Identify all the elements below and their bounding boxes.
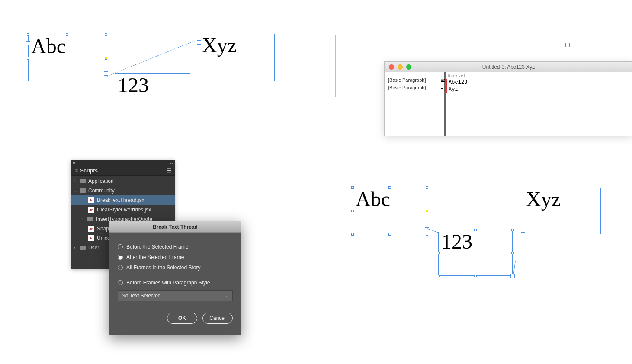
close-icon[interactable]: ×: [73, 161, 75, 166]
text-frame-c[interactable]: Xyz: [523, 188, 601, 234]
override-badge-column: ov ¬: [441, 72, 446, 136]
separator: [118, 275, 233, 275]
script-clearstyleoverrides[interactable]: Jn ClearStyleOverrides.jsx: [71, 205, 175, 214]
overset-label: Overset: [446, 74, 632, 79]
cancel-button[interactable]: Cancel: [202, 313, 233, 324]
in-port-icon[interactable]: [521, 232, 525, 236]
threaded-frames-after: Abc 123 Xyz: [353, 186, 612, 285]
radio-icon[interactable]: [118, 265, 123, 270]
radio-before-selected[interactable]: Before the Selected Frame: [118, 244, 233, 250]
text-frame-b[interactable]: 123: [115, 73, 190, 121]
chevron-down-icon[interactable]: ⌄: [73, 188, 77, 193]
in-port-icon[interactable]: [197, 40, 201, 45]
script-icon: Jn: [88, 235, 94, 241]
text-frame-a[interactable]: Abc: [28, 35, 106, 82]
story-editor-window: Untitled-3: Abc123 Xyz [Basic Paragraph]…: [384, 61, 632, 136]
chevron-right-icon[interactable]: ›: [73, 246, 77, 250]
panel-menu-icon[interactable]: ☰: [167, 168, 171, 174]
story-editor-body: [Basic Paragraph] [Basic Paragraph] ov ¬…: [385, 72, 632, 136]
folder-icon: [87, 217, 93, 221]
text-frame-b-text: 123: [441, 231, 510, 252]
thread-link-icon: [107, 41, 195, 77]
out-port-icon[interactable]: [510, 274, 515, 278]
override-badge: ov: [441, 77, 443, 82]
script-breaktextthread[interactable]: Jn BreakTextThread.jsx: [71, 195, 175, 205]
chevron-right-icon[interactable]: ›: [80, 217, 85, 222]
panel-tab[interactable]: Scripts ☰: [71, 166, 175, 176]
folder-icon: [80, 188, 86, 193]
paragraph-style-label: [Basic Paragraph]: [388, 85, 439, 90]
radio-all-frames[interactable]: All Frames in the Selected Story: [118, 265, 233, 271]
text-frame-c-text: Xyz: [202, 35, 272, 56]
script-icon: Jn: [88, 226, 94, 232]
window-titlebar[interactable]: Untitled-3: Abc123 Xyz: [385, 62, 632, 72]
out-port-icon[interactable]: [104, 71, 108, 76]
break-text-thread-dialog: Break Text Thread Before the Selected Fr…: [109, 221, 241, 335]
story-text-column[interactable]: Overset Abc123 Xyz: [446, 72, 632, 136]
collapse-icon[interactable]: ‹‹: [170, 161, 173, 166]
folder-community[interactable]: ⌄ Community: [71, 186, 175, 195]
radio-after-selected[interactable]: After the Selected Frame: [118, 254, 233, 260]
panel-title: Scripts: [74, 168, 98, 174]
radio-icon[interactable]: [118, 280, 123, 285]
script-icon: Jn: [88, 197, 94, 203]
chevron-right-icon[interactable]: ›: [73, 179, 77, 184]
in-port-icon[interactable]: [26, 41, 30, 45]
text-frame-c-text: Xyz: [526, 189, 598, 210]
dialog-title: Break Text Thread: [109, 221, 241, 233]
radio-icon[interactable]: [118, 244, 123, 249]
paragraph-style-dropdown[interactable]: No Text Selected ⌄: [118, 290, 233, 301]
radio-icon[interactable]: [118, 255, 123, 260]
text-frame-a-text: Abc: [31, 36, 103, 57]
folder-icon: [80, 246, 86, 250]
text-frame-a[interactable]: Abc: [353, 188, 427, 234]
paragraph-style-column: [Basic Paragraph] [Basic Paragraph]: [385, 72, 441, 136]
thread-link-icon: [513, 261, 516, 275]
dropdown-value: No Text Selected: [122, 293, 161, 299]
radio-before-paragraph-style[interactable]: Before Frames with Paragraph Style: [118, 280, 233, 286]
panel-header[interactable]: × ‹‹: [71, 160, 175, 166]
folder-icon: [80, 179, 86, 183]
chevron-down-icon: ⌄: [225, 294, 229, 298]
story-line[interactable]: Xyz: [446, 86, 632, 93]
threaded-frames-before: Abc 123 Xyz: [28, 35, 288, 130]
window-title: Untitled-3: Abc123 Xyz: [385, 64, 632, 70]
out-port-icon[interactable]: [425, 224, 429, 228]
paragraph-style-label: [Basic Paragraph]: [388, 77, 439, 83]
ok-button[interactable]: OK: [167, 313, 197, 324]
text-frame-b-text: 123: [118, 75, 187, 96]
folder-application[interactable]: › Application: [71, 176, 175, 186]
text-frame-c[interactable]: Xyz: [199, 34, 275, 81]
text-frame-a-text: Abc: [356, 189, 424, 210]
script-icon: Jn: [88, 207, 94, 213]
text-frame-b[interactable]: 123: [438, 230, 513, 276]
override-badge: ¬: [441, 84, 443, 89]
story-line[interactable]: Abc123: [446, 79, 632, 86]
